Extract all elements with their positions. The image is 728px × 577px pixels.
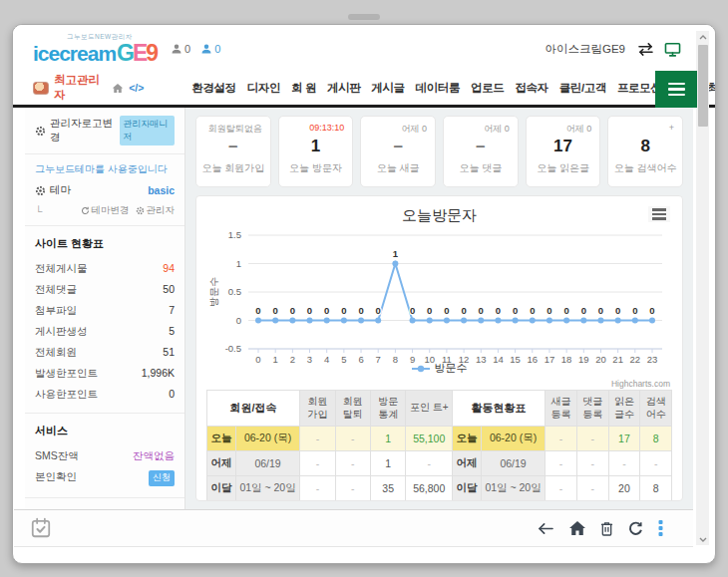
scrollbar[interactable]: [696, 31, 709, 545]
services-title: 서비스: [35, 424, 175, 438]
swap-icon[interactable]: [637, 43, 654, 56]
user-counters: 0 0: [171, 43, 220, 55]
stat-card-top: 어제 0: [402, 123, 428, 136]
stat-card-value: –: [393, 137, 402, 156]
stat-card-label: 오늘 검색어수: [614, 161, 677, 175]
code-icon[interactable]: </>: [129, 82, 144, 94]
nav-menu-item[interactable]: 디자인: [247, 81, 280, 96]
svg-text:0: 0: [563, 305, 568, 316]
admin-name[interactable]: 최고관리자: [54, 73, 107, 103]
nav-menu-item[interactable]: 접속자: [515, 81, 547, 96]
clipboard-icon[interactable]: [30, 517, 52, 539]
gear-icon: [35, 126, 46, 137]
scrollbar-thumb[interactable]: [698, 45, 708, 127]
svg-text:0: 0: [255, 305, 260, 316]
svg-text:0: 0: [324, 305, 329, 316]
legend-label: 방문수: [435, 361, 468, 376]
login-counter[interactable]: 0: [171, 43, 190, 55]
more-dots-icon[interactable]: [658, 520, 663, 536]
tree-branch: └: [35, 205, 42, 217]
main-panel: 회원탈퇴없음 – 오늘 회원가입 09:13:10 1 오늘 방문자 어제 0 …: [185, 108, 693, 509]
col-activity: 활동현황표: [453, 391, 546, 427]
stat-card: 어제 0 – 오늘 새글: [360, 116, 436, 187]
chart-table-panel: 오늘방문자 -0.500.511.50123456789101112131415…: [195, 195, 683, 501]
gear-icon: [35, 185, 46, 196]
svg-text:0: 0: [410, 305, 415, 316]
hamburger-menu-button[interactable]: [655, 71, 697, 108]
table-header-row: 회원/접속 회원 가입 회원 탈퇴 방문 통계 포인 트+ 활동현황표 새글 등…: [207, 391, 672, 427]
toolbar-actions: [538, 520, 663, 536]
stat-card-label: 오늘 방문자: [289, 161, 342, 175]
stat-card: 회원탈퇴없음 – 오늘 회원가입: [195, 116, 271, 187]
stat-card-top: 회원탈퇴없음: [208, 123, 262, 136]
stat-card-value: –: [476, 137, 485, 156]
svg-text:0: 0: [444, 305, 449, 316]
back-icon[interactable]: [538, 522, 554, 535]
admin-manager-badge[interactable]: 관리자매니저: [120, 116, 175, 145]
col-searches: 검색 어수: [640, 391, 672, 427]
nav-menu-item[interactable]: 클린/고객: [559, 81, 606, 96]
svg-text:0: 0: [530, 305, 535, 316]
nav-menu-item[interactable]: 회 원: [291, 81, 316, 96]
svg-text:0: 0: [513, 305, 518, 316]
theme-label: 테마: [50, 183, 71, 197]
site-name: 아이스크림GE9: [545, 42, 625, 57]
col-points: 포인 트+: [406, 391, 453, 427]
nav-menu-item[interactable]: 업로드: [471, 81, 504, 96]
site-stat-row: 사용한포인트 0: [35, 384, 175, 405]
member-counter[interactable]: 0: [200, 43, 220, 55]
chart-plot: -0.500.511.50123456789101112131415161718…: [206, 225, 676, 375]
nav-menu-item[interactable]: 게시판: [327, 81, 360, 96]
chart-legend[interactable]: 방문수: [206, 361, 672, 376]
stat-card-value: 17: [553, 137, 572, 156]
stat-card-label: 오늘 읽은글: [537, 161, 589, 175]
stats-table: 회원/접속 회원 가입 회원 탈퇴 방문 통계 포인 트+ 활동현황표 새글 등…: [206, 390, 672, 501]
trash-icon[interactable]: [600, 521, 613, 536]
svg-text:0: 0: [461, 305, 466, 316]
window-drag-handle[interactable]: [348, 14, 380, 20]
admin-avatar[interactable]: [33, 82, 49, 95]
col-leave: 회원 탈퇴: [335, 391, 370, 427]
home-icon[interactable]: [112, 83, 124, 94]
svg-text:0: 0: [307, 305, 312, 316]
stat-card: 어제 0 – 오늘 댓글: [443, 116, 519, 187]
stat-card-top: 09:13:10: [309, 123, 344, 133]
nav-menu-item[interactable]: 환경설정: [191, 81, 235, 96]
sms-label: SMS잔액: [35, 449, 79, 463]
stat-card-top: +: [669, 123, 674, 133]
sms-balance[interactable]: 잔액없음: [133, 449, 175, 463]
legend-marker-icon: [412, 365, 430, 373]
site-stat-row: 발생한포인트 1,996K: [35, 363, 175, 384]
main-navbar: 최고관리자 </> 환경설정디자인회 원게시판게시글데이터룸업로드접속자클린/고…: [13, 71, 715, 108]
svg-text:0: 0: [632, 305, 637, 316]
chevron-down-icon[interactable]: [696, 533, 709, 545]
reload-icon[interactable]: [628, 521, 643, 536]
theme-change-link[interactable]: 테마변경: [81, 204, 130, 217]
nav-menu-item[interactable]: 게시글: [371, 81, 404, 96]
monitor-icon[interactable]: [664, 42, 681, 57]
content-area: 관리자로고변경 관리자매니저 그누보드테마를 사용중입니다 테마 basic └: [25, 108, 693, 509]
theme-value[interactable]: basic: [148, 184, 175, 196]
chart-menu-icon[interactable]: [648, 206, 670, 222]
app-logo[interactable]: 그누보드NEW관리자 icecream GE9: [33, 33, 157, 65]
site-stat-row: 첨부파일 7: [35, 300, 175, 321]
nav-menu-item[interactable]: 데이터룸: [416, 81, 460, 96]
stat-card-top: 어제 0: [566, 123, 592, 136]
col-join: 회원 가입: [300, 391, 335, 427]
stat-card-value: –: [228, 137, 237, 156]
stat-card-label: 오늘 새글: [377, 161, 420, 175]
member-count: 0: [214, 43, 220, 55]
header: 그누보드NEW관리자 icecream GE9 0 0 아이스크림GE9: [13, 25, 715, 71]
svg-text:0.5: 0.5: [228, 286, 241, 297]
sidebar: 관리자로고변경 관리자매니저 그누보드테마를 사용중입니다 테마 basic └: [25, 108, 185, 509]
theme-admin-link[interactable]: 관리자: [136, 204, 176, 217]
stat-cards: 회원탈퇴없음 – 오늘 회원가입 09:13:10 1 오늘 방문자 어제 0 …: [195, 116, 683, 187]
chevron-up-icon[interactable]: [696, 31, 709, 43]
theme-notice: 그누보드테마를 사용중입니다: [35, 162, 175, 176]
verify-apply-badge[interactable]: 신청: [149, 470, 175, 486]
svg-text:0: 0: [479, 305, 484, 316]
logo-text: icecream: [33, 43, 116, 64]
home-icon[interactable]: [569, 521, 585, 535]
logo-change-label[interactable]: 관리자로고변경: [50, 117, 116, 144]
logo-badge: GE9: [117, 42, 157, 65]
